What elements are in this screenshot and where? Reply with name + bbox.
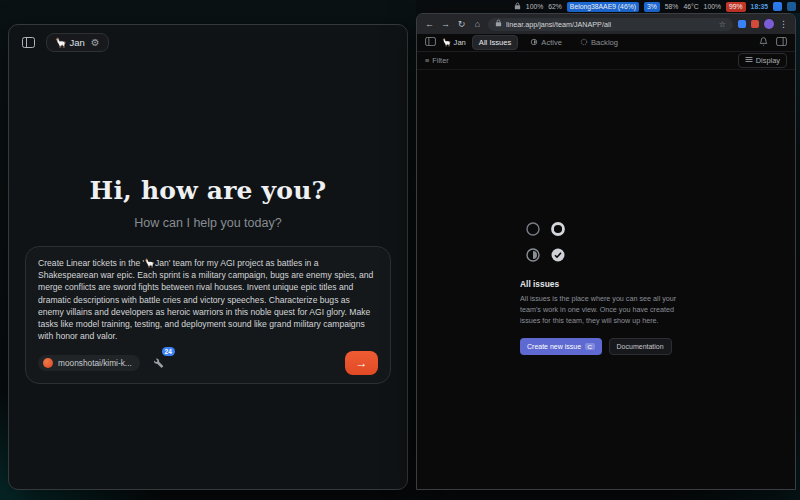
bell-icon[interactable] — [759, 37, 768, 48]
tools-icon — [153, 354, 164, 372]
model-selector[interactable]: moonshotai/kimi-k... — [38, 355, 140, 371]
tray-mail-icon[interactable] — [773, 2, 782, 11]
home-icon[interactable]: ⌂ — [472, 19, 483, 29]
linear-app: 🦙 Jan All Issues Active Backlog — [417, 34, 795, 489]
tray-volume[interactable]: 100% — [526, 3, 543, 10]
system-status-bar: 100% 62% Belong38AAE9 (46%) 3% 58% 46°C … — [416, 0, 800, 13]
linear-sidebar-icon[interactable] — [425, 37, 436, 48]
documentation-button[interactable]: Documentation — [609, 338, 672, 355]
composer-toolbar: moonshotai/kimi-k... 24 → — [38, 351, 378, 375]
gear-icon[interactable]: ⚙ — [91, 37, 100, 48]
linear-team-name: 🦙 Jan — [442, 38, 466, 47]
back-icon[interactable]: ← — [424, 19, 435, 29]
tools-count-badge: 24 — [162, 347, 175, 356]
tab-backlog[interactable]: Backlog — [574, 36, 624, 50]
display-icon — [745, 56, 753, 65]
linear-header: 🦙 Jan All Issues Active Backlog — [417, 34, 795, 52]
model-name: moonshotai/kimi-k... — [58, 358, 132, 368]
sidebar-toggle-icon[interactable] — [19, 35, 37, 51]
issue-status-icons — [524, 220, 567, 268]
linear-content: All issues All issues is the place where… — [417, 70, 795, 489]
tray-disk[interactable]: 100% — [704, 3, 721, 10]
prompt-text[interactable]: Create Linear tickets in the '🦙Jan' team… — [38, 257, 378, 342]
forward-icon[interactable]: → — [440, 19, 451, 29]
lock-icon — [514, 2, 521, 11]
extension-icon-red[interactable] — [751, 20, 759, 28]
team-selector[interactable]: 🦙 Jan ⚙ — [46, 33, 109, 52]
tray-cpu[interactable]: 3% — [644, 2, 660, 12]
tray-wifi-network[interactable]: Belong38AAE9 (46%) — [567, 2, 639, 12]
display-label: Display — [756, 56, 780, 65]
in-progress-icon — [524, 246, 542, 268]
documentation-label: Documentation — [617, 343, 664, 350]
tab-all-issues-label: All Issues — [479, 38, 512, 47]
tray-battery[interactable]: 99% — [726, 2, 746, 12]
done-check-icon — [549, 246, 567, 268]
tab-active[interactable]: Active — [524, 36, 568, 50]
tray-apps-icon[interactable] — [787, 2, 796, 11]
tools-button[interactable]: 24 — [153, 354, 164, 372]
profile-avatar[interactable] — [764, 19, 774, 29]
jan-app-window: 🦙 Jan ⚙ Hi, how are you? How can I help … — [8, 24, 408, 490]
reload-icon[interactable]: ↻ — [456, 19, 467, 29]
arrow-right-icon: → — [356, 356, 368, 370]
filter-icon: ≡ — [425, 56, 429, 65]
in-progress-circle-icon — [530, 38, 538, 48]
bookmark-star-icon[interactable]: ☆ — [719, 20, 726, 29]
tab-backlog-label: Backlog — [591, 38, 618, 47]
filter-button[interactable]: ≡ Filter — [425, 56, 449, 65]
filter-label: Filter — [432, 56, 448, 65]
site-lock-icon — [495, 19, 502, 29]
tab-all-issues[interactable]: All Issues — [472, 35, 519, 50]
tray-clock[interactable]: 18:35 — [751, 3, 768, 10]
greeting-block: Hi, how are you? How can I help you toda… — [9, 176, 407, 230]
team-label: 🦙 Jan — [55, 37, 85, 48]
tray-brightness[interactable]: 62% — [548, 3, 562, 10]
browser-window: ← → ↻ ⌂ linear.app/jansi/team/JANAPP/all… — [416, 13, 796, 490]
tray-temperature[interactable]: 46°C — [683, 3, 698, 10]
empty-state-description: All issues is the place where you can se… — [520, 294, 692, 326]
url-text[interactable]: linear.app/jansi/team/JANAPP/all — [506, 20, 715, 29]
display-button[interactable]: Display — [738, 53, 787, 68]
browser-menu-icon[interactable]: ⋮ — [779, 19, 788, 29]
jan-header: 🦙 Jan ⚙ — [9, 25, 407, 60]
extension-icon-blue[interactable] — [738, 20, 746, 28]
backlog-circle-icon — [580, 38, 588, 48]
linear-filterbar: ≡ Filter Display — [417, 52, 795, 70]
todo-circle-icon — [524, 220, 542, 242]
right-panel-icon[interactable] — [776, 37, 787, 48]
linear-header-actions — [759, 37, 787, 48]
linear-team-label[interactable]: 🦙 Jan — [442, 38, 466, 47]
greeting-title: Hi, how are you? — [9, 176, 407, 205]
shortcut-key-badge: C — [585, 343, 594, 350]
address-bar[interactable]: linear.app/jansi/team/JANAPP/all ☆ — [488, 18, 733, 31]
send-button[interactable]: → — [345, 351, 378, 375]
empty-state: All issues All issues is the place where… — [520, 220, 692, 354]
empty-state-title: All issues — [520, 279, 692, 289]
create-new-issue-button[interactable]: Create new issue C — [520, 338, 602, 355]
desktop-background: 🦙 Jan ⚙ Hi, how are you? How can I help … — [0, 0, 800, 500]
create-new-issue-label: Create new issue — [527, 343, 581, 350]
model-provider-icon — [43, 358, 53, 368]
empty-state-actions: Create new issue C Documentation — [520, 338, 692, 355]
greeting-subtitle: How can I help you today? — [9, 216, 407, 230]
prompt-composer[interactable]: Create Linear tickets in the '🦙Jan' team… — [25, 246, 391, 384]
tray-memory[interactable]: 58% — [665, 3, 679, 10]
tab-active-label: Active — [541, 38, 562, 47]
todo-bold-circle-icon — [549, 220, 567, 242]
browser-toolbar: ← → ↻ ⌂ linear.app/jansi/team/JANAPP/all… — [417, 14, 795, 34]
